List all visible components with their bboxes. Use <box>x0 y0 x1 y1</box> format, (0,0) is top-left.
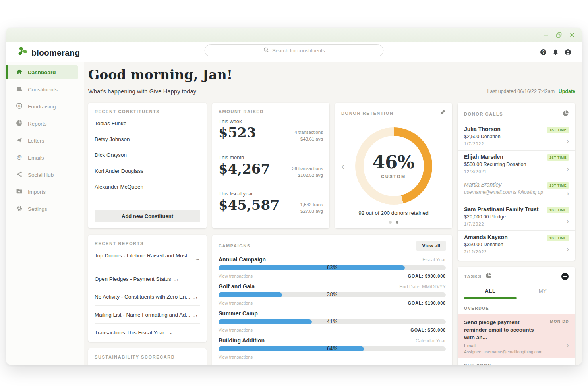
sidebar-item-settings[interactable]: Settings <box>6 202 84 216</box>
search-placeholder: Search for constituents <box>272 48 325 54</box>
carousel-dot-active[interactable] <box>396 221 398 224</box>
sidebar-item-label: Social Hub <box>28 172 54 178</box>
amount-value: $45,587 <box>219 197 280 213</box>
overdue-task-item[interactable]: Send pledge payment reminder email to ac… <box>458 314 575 358</box>
chevron-right-icon[interactable]: › <box>567 245 569 253</box>
sidebar-item-label: Emails <box>28 155 44 161</box>
people-icon <box>16 85 23 93</box>
arrow-right-icon: → <box>194 255 201 262</box>
report-link[interactable]: Transactions This Fiscal Year→ <box>95 324 200 341</box>
constituent-list-item[interactable]: Dick Grayson <box>95 147 200 163</box>
dashboard-main: Good morning, Jan! What's happening with… <box>84 62 582 365</box>
chevron-right-icon[interactable]: › <box>567 218 569 225</box>
svg-text:$: $ <box>18 104 20 108</box>
help-icon[interactable]: ? <box>540 49 547 56</box>
sidebar-item-constituents[interactable]: Constituents <box>6 82 84 97</box>
card-title: TASKS <box>464 274 482 279</box>
sidebar-item-label: Constituents <box>28 87 58 93</box>
donor-call-item[interactable]: Martia Brantley username@email.com is fo… <box>458 178 575 203</box>
window-titlebar <box>6 28 582 42</box>
bloomerang-flower-icon <box>16 46 28 60</box>
sidebar-item-reports[interactable]: Reports <box>6 116 84 131</box>
chevron-right-icon[interactable]: › <box>567 165 569 172</box>
gear-icon <box>16 205 23 213</box>
donor-retention-donut: 46% CUSTOM <box>355 127 432 205</box>
bloomerang-logo[interactable]: bloomerang <box>16 46 80 60</box>
campaign-progress-bar: 82% <box>219 265 446 270</box>
chevron-right-icon[interactable]: › <box>567 190 569 197</box>
tab-my[interactable]: MY <box>516 284 569 299</box>
transactions-count: 36 transactions <box>292 165 323 172</box>
close-icon[interactable] <box>569 32 575 38</box>
sidebar-item-label: Imports <box>28 189 46 195</box>
view-transactions-link[interactable]: View transactions <box>219 328 253 332</box>
pie-chart-icon <box>16 120 23 127</box>
view-transactions-link[interactable]: View transactions <box>219 301 253 305</box>
transactions-count: 1,542 trans <box>300 201 323 208</box>
amount-raised-card: AMOUNT RAISED This week $523 4 transacti… <box>212 103 329 228</box>
report-link[interactable]: No Activity - Constituents with Zero En.… <box>95 288 200 306</box>
arrow-right-icon: → <box>172 275 180 282</box>
edit-pencil-icon[interactable] <box>439 109 446 117</box>
constituent-list-item[interactable]: Betsy Johnson <box>95 131 200 147</box>
report-link[interactable]: Top Donors - Lifetime Raised and Most ..… <box>95 247 200 270</box>
campaign-item: Building Addition Calendar Year 64% View… <box>219 337 446 359</box>
sidebar-item-dashboard[interactable]: Dashboard <box>6 65 78 79</box>
page-title: Good morning, Jan! <box>88 68 575 83</box>
notifications-bell-icon[interactable] <box>552 49 559 56</box>
app-header: bloomerang Search for constituents ? <box>6 42 582 62</box>
donor-call-item[interactable]: Sam Prastinani Family Trust $20,000.00 P… <box>458 203 575 230</box>
campaign-name: Building Addition <box>219 337 265 344</box>
sidebar-item-letters[interactable]: Letters <box>6 133 84 148</box>
constituent-list-item[interactable]: Tobias Funke <box>95 116 200 131</box>
sidebar-item-imports[interactable]: Imports <box>6 185 84 199</box>
report-link[interactable]: Mailing List - Name Formatting and Ad...… <box>95 306 200 324</box>
report-link[interactable]: Open Pledges - Payment Status→ <box>95 270 200 288</box>
restore-icon[interactable] <box>556 32 562 38</box>
pie-chart-icon <box>485 272 492 280</box>
card-title: SUSTAINABILITY SCORECARD <box>95 355 200 359</box>
view-transactions-link[interactable]: View transactions <box>219 355 253 359</box>
donor-call-item[interactable]: Elijah Marsden $500.00 Recurring Donatio… <box>458 150 575 178</box>
last-updated-text: Last updated 06/16/22 7:42am <box>487 89 555 94</box>
sidebar-item-fundraising[interactable]: $ Fundraising <box>6 99 84 114</box>
add-task-button[interactable] <box>561 272 569 280</box>
campaign-meta: Calendar Year <box>416 338 446 344</box>
folder-upload-icon <box>16 188 23 196</box>
campaign-meta: Fiscal Year <box>422 257 446 263</box>
view-transactions-link[interactable]: View transactions <box>219 274 253 278</box>
overdue-label: OVERDUE <box>464 306 569 311</box>
donor-call-item[interactable]: Julia Thorson $2,500 Donation 1/7/2022 1… <box>458 123 575 150</box>
donor-call-item[interactable]: Amanda Kayson $350.00 Donation 2/12/2022… <box>458 230 575 258</box>
sidebar-item-label: Dashboard <box>28 70 56 75</box>
sidebar-item-emails[interactable]: @ Emails <box>6 151 84 165</box>
recent-constituents-card: RECENT CONSTITUENTS Tobias Funke Betsy J… <box>88 103 207 228</box>
amount-value: $523 <box>219 125 256 141</box>
page-subtitle: What's happening with Give Happy today <box>88 88 196 95</box>
constituent-list-item[interactable]: Kori Ander Douglass <box>95 163 200 179</box>
search-input[interactable]: Search for constituents <box>205 44 384 56</box>
campaign-item: Golf and Gala End Date: MM/DD/YY 28% Vie… <box>219 283 446 305</box>
add-new-constituent-button[interactable]: Add new Constituent <box>95 210 200 222</box>
campaign-goal: GOAL: $190,000 <box>408 301 446 305</box>
arrow-right-icon: → <box>166 328 173 336</box>
card-title: DONOR CALLS <box>464 112 503 116</box>
sidebar-item-social-hub[interactable]: Social Hub <box>6 168 84 182</box>
account-icon[interactable] <box>565 49 571 56</box>
chevron-left-icon[interactable]: ‹ <box>341 162 344 171</box>
campaign-meta: End Date: MM/DD/YY <box>399 284 446 290</box>
update-link[interactable]: Update <box>559 89 575 94</box>
chevron-right-icon[interactable]: › <box>567 137 569 145</box>
average-value: $43.61 avg <box>294 136 323 143</box>
svg-text:?: ? <box>542 50 544 54</box>
campaign-item: Annual Campaign Fiscal Year 82% View tra… <box>219 256 446 278</box>
chevron-right-icon[interactable]: › <box>567 342 569 349</box>
carousel-dot[interactable] <box>389 221 392 224</box>
minimize-icon[interactable] <box>543 32 549 38</box>
constituent-list-item[interactable]: Alexander McQueen <box>95 179 200 195</box>
period-label: This week <box>219 118 256 124</box>
brand-name: bloomerang <box>31 48 80 58</box>
tab-all[interactable]: ALL <box>464 284 516 299</box>
donor-retention-card: DONOR RETENTION ‹ 46% CUSTOM <box>335 103 452 228</box>
view-all-button[interactable]: View all <box>416 241 446 251</box>
